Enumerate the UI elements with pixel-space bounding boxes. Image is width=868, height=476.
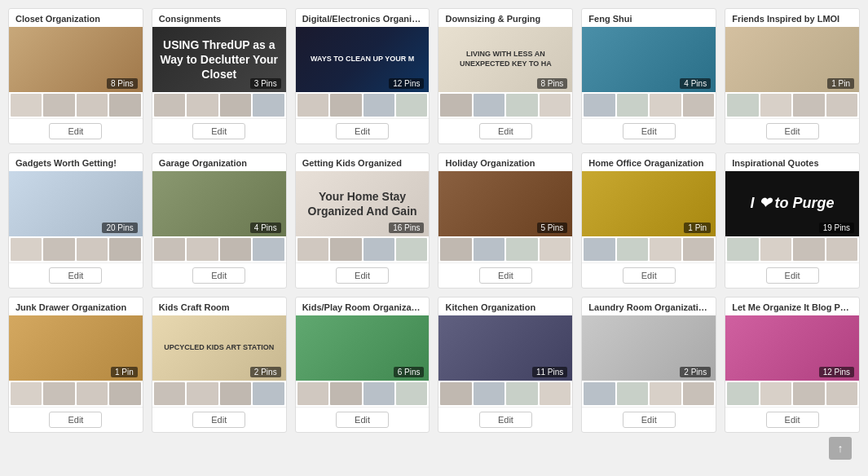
thumb-kids-play-room-3[interactable] — [396, 382, 427, 405]
board-main-image-kids-play-room[interactable]: 6 Pins — [296, 315, 430, 381]
thumb-inspirational-quotes-0[interactable] — [727, 238, 758, 261]
thumb-junk-drawer-3[interactable] — [109, 382, 140, 405]
edit-button-junk-drawer[interactable]: Edit — [49, 412, 102, 428]
thumb-inspirational-quotes-2[interactable] — [793, 238, 824, 261]
board-main-image-friends-lmoi[interactable]: 1 Pin — [725, 27, 859, 92]
edit-button-home-office-organization[interactable]: Edit — [623, 267, 676, 284]
thumb-consignments-1[interactable] — [187, 94, 218, 117]
thumb-home-office-organization-2[interactable] — [650, 238, 681, 261]
thumb-kids-craft-room-3[interactable] — [253, 382, 284, 405]
thumb-laundry-room-0[interactable] — [584, 382, 615, 405]
thumb-holiday-organization-2[interactable] — [506, 238, 537, 261]
thumb-digital-electronics-3[interactable] — [396, 94, 427, 117]
thumb-garage-organization-1[interactable] — [187, 238, 218, 261]
edit-button-holiday-organization[interactable]: Edit — [479, 267, 532, 284]
thumb-closet-organization-1[interactable] — [43, 94, 74, 117]
thumb-gadgets-worth-getting-3[interactable] — [109, 238, 140, 261]
thumb-home-office-organization-3[interactable] — [683, 238, 714, 261]
thumb-friends-lmoi-1[interactable] — [760, 94, 791, 117]
thumb-feng-shui-3[interactable] — [683, 94, 714, 117]
edit-button-downsizing-purging[interactable]: Edit — [479, 123, 532, 139]
thumb-kids-play-room-0[interactable] — [297, 382, 328, 405]
edit-button-getting-kids-organized[interactable]: Edit — [336, 267, 389, 284]
board-main-image-holiday-organization[interactable]: 5 Pins — [438, 171, 572, 236]
thumb-closet-organization-0[interactable] — [11, 94, 42, 117]
thumb-let-me-organize-3[interactable] — [826, 382, 857, 405]
thumb-feng-shui-2[interactable] — [650, 94, 681, 117]
thumb-getting-kids-organized-1[interactable] — [330, 238, 361, 261]
thumb-garage-organization-3[interactable] — [253, 238, 284, 261]
board-main-image-kids-craft-room[interactable]: UPCYCLED KIDS ART STATION2 Pins — [152, 315, 286, 381]
board-main-image-inspirational-quotes[interactable]: I ❤ to Purge19 Pins — [725, 171, 859, 236]
thumb-consignments-2[interactable] — [220, 94, 251, 117]
edit-button-consignments[interactable]: Edit — [192, 123, 245, 139]
thumb-laundry-room-1[interactable] — [617, 382, 648, 405]
thumb-consignments-0[interactable] — [154, 94, 185, 117]
thumb-junk-drawer-0[interactable] — [11, 382, 42, 405]
board-main-image-home-office-organization[interactable]: 1 Pin — [582, 171, 716, 236]
edit-button-let-me-organize[interactable]: Edit — [766, 412, 819, 428]
thumb-consignments-3[interactable] — [253, 94, 284, 117]
edit-button-digital-electronics[interactable]: Edit — [336, 123, 389, 139]
thumb-junk-drawer-1[interactable] — [43, 382, 74, 405]
thumb-digital-electronics-2[interactable] — [364, 94, 394, 117]
board-main-image-garage-organization[interactable]: 4 Pins — [152, 171, 286, 236]
thumb-laundry-room-3[interactable] — [683, 382, 714, 405]
thumb-feng-shui-0[interactable] — [584, 94, 615, 117]
thumb-kids-play-room-1[interactable] — [330, 382, 361, 405]
thumb-getting-kids-organized-0[interactable] — [297, 238, 328, 261]
thumb-digital-electronics-1[interactable] — [330, 94, 361, 117]
thumb-let-me-organize-2[interactable] — [793, 382, 824, 405]
thumb-holiday-organization-0[interactable] — [440, 238, 471, 261]
thumb-friends-lmoi-2[interactable] — [793, 94, 824, 117]
thumb-garage-organization-2[interactable] — [220, 238, 251, 261]
board-main-image-kitchen-organization[interactable]: 11 Pins — [438, 315, 572, 381]
thumb-kids-craft-room-2[interactable] — [220, 382, 251, 405]
thumb-gadgets-worth-getting-0[interactable] — [11, 238, 42, 261]
thumb-closet-organization-3[interactable] — [109, 94, 140, 117]
edit-button-laundry-room[interactable]: Edit — [623, 412, 676, 428]
thumb-kids-play-room-2[interactable] — [364, 382, 394, 405]
thumb-junk-drawer-2[interactable] — [77, 382, 108, 405]
thumb-getting-kids-organized-2[interactable] — [364, 238, 394, 261]
board-main-image-let-me-organize[interactable]: 12 Pins — [725, 315, 859, 381]
thumb-kitchen-organization-3[interactable] — [540, 382, 571, 405]
thumb-gadgets-worth-getting-1[interactable] — [43, 238, 74, 261]
thumb-inspirational-quotes-3[interactable] — [826, 238, 857, 261]
thumb-holiday-organization-3[interactable] — [540, 238, 571, 261]
thumb-closet-organization-2[interactable] — [77, 94, 108, 117]
board-main-image-junk-drawer[interactable]: 1 Pin — [9, 315, 143, 381]
thumb-feng-shui-1[interactable] — [617, 94, 648, 117]
edit-button-friends-lmoi[interactable]: Edit — [766, 123, 819, 139]
thumb-garage-organization-0[interactable] — [154, 238, 185, 261]
thumb-laundry-room-2[interactable] — [650, 382, 681, 405]
thumb-kitchen-organization-0[interactable] — [440, 382, 471, 405]
scroll-top-button[interactable]: ↑ — [829, 437, 852, 441]
board-main-image-laundry-room[interactable]: 2 Pins — [582, 315, 716, 381]
thumb-let-me-organize-1[interactable] — [760, 382, 791, 405]
edit-button-kitchen-organization[interactable]: Edit — [479, 412, 532, 428]
edit-button-gadgets-worth-getting[interactable]: Edit — [49, 267, 102, 284]
thumb-friends-lmoi-3[interactable] — [826, 94, 857, 117]
thumb-downsizing-purging-0[interactable] — [440, 94, 471, 117]
edit-button-garage-organization[interactable]: Edit — [192, 267, 245, 284]
thumb-gadgets-worth-getting-2[interactable] — [77, 238, 108, 261]
thumb-let-me-organize-0[interactable] — [727, 382, 758, 405]
thumb-friends-lmoi-0[interactable] — [727, 94, 758, 117]
thumb-holiday-organization-1[interactable] — [474, 238, 504, 261]
thumb-home-office-organization-1[interactable] — [617, 238, 648, 261]
board-main-image-getting-kids-organized[interactable]: Your Home Stay Organized And Gain16 Pins — [296, 171, 430, 236]
thumb-downsizing-purging-1[interactable] — [474, 94, 504, 117]
thumb-downsizing-purging-2[interactable] — [506, 94, 537, 117]
board-main-image-digital-electronics[interactable]: WAYS TO CLEAN UP YOUR M12 Pins — [296, 27, 430, 92]
edit-button-kids-play-room[interactable]: Edit — [336, 412, 389, 428]
thumb-home-office-organization-0[interactable] — [584, 238, 615, 261]
thumb-kids-craft-room-1[interactable] — [187, 382, 218, 405]
thumb-inspirational-quotes-1[interactable] — [760, 238, 791, 261]
thumb-digital-electronics-0[interactable] — [297, 94, 328, 117]
edit-button-kids-craft-room[interactable]: Edit — [192, 412, 245, 428]
thumb-kitchen-organization-1[interactable] — [474, 382, 504, 405]
board-main-image-consignments[interactable]: USING ThredUP as a Way to Declutter Your… — [152, 27, 286, 92]
thumb-downsizing-purging-3[interactable] — [540, 94, 571, 117]
thumb-kitchen-organization-2[interactable] — [506, 382, 537, 405]
